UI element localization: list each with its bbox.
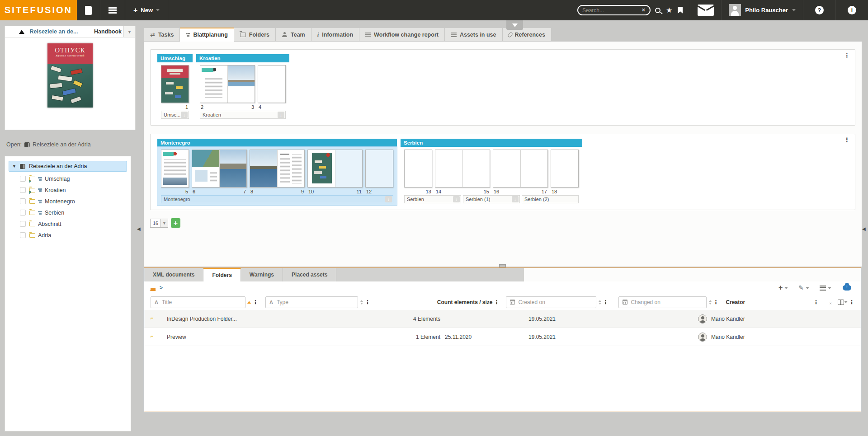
- messages-button[interactable]: [690, 5, 721, 16]
- bookmark-icon[interactable]: [678, 7, 683, 14]
- selector-chevron[interactable]: ▼: [123, 26, 135, 37]
- download-icon[interactable]: [385, 196, 392, 202]
- page-thumbnail[interactable]: 14: [435, 150, 462, 187]
- tree-item[interactable]: p Montenegro: [9, 196, 127, 207]
- layout-name-box[interactable]: Serbien (1): [463, 195, 520, 203]
- sort-icon[interactable]: [599, 299, 601, 306]
- cloud-upload-icon[interactable]: [843, 285, 851, 291]
- download-icon[interactable]: [453, 196, 460, 202]
- checkbox[interactable]: [20, 198, 26, 204]
- row-menu-icon[interactable]: [844, 52, 850, 59]
- user-menu[interactable]: Philo Rauscher: [722, 4, 803, 16]
- download-icon[interactable]: [278, 112, 284, 118]
- add-icon[interactable]: [778, 284, 783, 292]
- bottom-tab[interactable]: Placed assets: [283, 268, 336, 281]
- download-icon[interactable]: [181, 112, 188, 118]
- page-thumbnail[interactable]: 8: [250, 150, 277, 187]
- type-filter[interactable]: [265, 296, 358, 308]
- table-row[interactable]: Preview 1 Element 25.11.2020 19.05.2021 …: [144, 328, 861, 346]
- chevron-down-icon[interactable]: [844, 301, 848, 305]
- page-thumbnail[interactable]: 13: [405, 150, 432, 187]
- bottom-tab[interactable]: XML documents: [144, 268, 203, 281]
- page-thumbnail[interactable]: 12: [366, 150, 393, 187]
- publication-dropdown[interactable]: Reiseziele an de...: [5, 26, 92, 37]
- menu-button[interactable]: [100, 0, 125, 20]
- title-filter-input[interactable]: [162, 299, 241, 305]
- main-tab[interactable]: Blattplanung: [180, 28, 234, 42]
- view-mode-button[interactable]: Handbook: [92, 26, 123, 37]
- sort-icon[interactable]: [360, 299, 363, 306]
- tree-root-item[interactable]: ▼ Reiseziele an der Adria: [9, 161, 127, 172]
- changed-on-filter-input[interactable]: [631, 299, 703, 305]
- add-section-button[interactable]: [171, 218, 180, 228]
- layout-name-box[interactable]: Umsc...: [161, 111, 189, 119]
- collapse-sidebar-arrow[interactable]: ◀: [137, 226, 141, 231]
- page-thumbnail[interactable]: 16: [493, 150, 520, 187]
- sort-ascending-icon[interactable]: [247, 299, 251, 304]
- expand-right-panel-arrow[interactable]: ◀: [862, 226, 866, 231]
- page-thumbnail[interactable]: 3: [227, 66, 255, 103]
- page-thumbnail[interactable]: 7: [219, 150, 246, 187]
- row-menu-icon[interactable]: [844, 136, 850, 143]
- page-thumbnail[interactable]: 10: [308, 150, 335, 187]
- section-header[interactable]: Montenegro: [157, 139, 397, 147]
- type-filter-input[interactable]: [277, 299, 354, 305]
- section-header[interactable]: Serbien: [401, 139, 582, 147]
- chevron-down-icon[interactable]: [828, 287, 831, 291]
- table-row[interactable]: InDesign Production Folder... 4 Elements…: [144, 310, 861, 328]
- column-menu-icon[interactable]: [494, 299, 500, 305]
- home-icon[interactable]: [150, 286, 156, 291]
- page-thumbnail[interactable]: 15: [462, 150, 490, 187]
- layout-name-box[interactable]: Kroatien: [200, 111, 286, 119]
- main-tab[interactable]: Folders: [234, 28, 276, 42]
- download-icon[interactable]: [512, 196, 519, 202]
- page-thumbnail[interactable]: 17: [520, 150, 547, 187]
- layout-name-box[interactable]: Montenegro: [161, 195, 393, 203]
- checkbox[interactable]: [20, 232, 26, 238]
- main-tab[interactable]: Tasks: [144, 28, 180, 42]
- page-thumbnail[interactable]: 9: [277, 150, 304, 187]
- created-on-filter[interactable]: [506, 296, 596, 308]
- checkbox[interactable]: [20, 187, 26, 193]
- table-menu-icon[interactable]: [813, 299, 819, 305]
- tree-item[interactable]: p Kroatien: [9, 184, 127, 196]
- page-thumbnail[interactable]: 18: [551, 150, 578, 187]
- chevron-down-icon[interactable]: [806, 287, 809, 291]
- page-size-input[interactable]: [150, 219, 160, 228]
- caret-down-icon[interactable]: ▼: [12, 164, 16, 169]
- panel-toggle-button[interactable]: [506, 20, 523, 30]
- tree-item[interactable]: p Umschlag: [9, 173, 127, 184]
- document-button[interactable]: [77, 0, 100, 20]
- search-input[interactable]: [582, 7, 639, 14]
- view-list-icon[interactable]: [820, 286, 826, 291]
- splitter-handle[interactable]: [499, 264, 506, 267]
- favorites-star-icon[interactable]: ★: [666, 6, 672, 14]
- magazine-cover[interactable]: ОТПУСК Журнал путешествий: [47, 43, 93, 108]
- page-thumbnail[interactable]: 5: [161, 150, 189, 187]
- tree-item[interactable]: p Adria: [9, 230, 127, 241]
- main-tab[interactable]: Assets in use: [445, 28, 503, 42]
- bottom-tab[interactable]: Warnings: [241, 268, 283, 281]
- checkbox[interactable]: [20, 210, 26, 216]
- column-menu-icon[interactable]: [713, 299, 719, 305]
- chevron-down-icon[interactable]: [784, 287, 788, 291]
- search-icon[interactable]: [655, 8, 660, 13]
- table-menu-icon[interactable]: [849, 299, 854, 305]
- column-menu-icon[interactable]: [603, 299, 609, 305]
- column-menu-icon[interactable]: [253, 299, 258, 305]
- layout-name-box[interactable]: Serbien: [404, 195, 461, 203]
- page-thumbnail[interactable]: 6: [192, 150, 219, 187]
- info-icon[interactable]: i: [848, 6, 856, 14]
- main-tab[interactable]: Workflow change report: [359, 28, 445, 42]
- created-on-filter-input[interactable]: [519, 299, 592, 305]
- search-box[interactable]: ✕: [577, 5, 651, 15]
- sort-icon[interactable]: [709, 299, 712, 306]
- layout-name-box[interactable]: Serbien (2): [522, 195, 579, 203]
- title-filter[interactable]: [151, 296, 245, 308]
- page-size-chevron[interactable]: ▼: [160, 219, 168, 228]
- checkbox[interactable]: [20, 176, 26, 182]
- clear-search-icon[interactable]: ✕: [642, 7, 646, 13]
- bottom-tab[interactable]: Folders: [203, 268, 241, 281]
- tree-item[interactable]: p Serbien: [9, 207, 127, 218]
- help-icon[interactable]: ?: [815, 6, 824, 14]
